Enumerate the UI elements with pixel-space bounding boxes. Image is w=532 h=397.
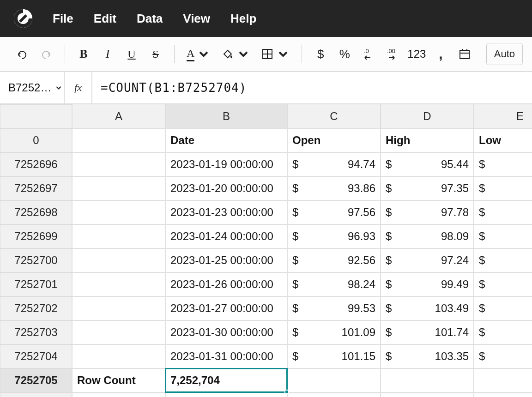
comma-format-button[interactable]: , bbox=[434, 48, 447, 60]
date-format-button[interactable] bbox=[458, 48, 471, 60]
cell[interactable]: $97.35 bbox=[381, 176, 474, 200]
cell[interactable]: $ bbox=[474, 200, 532, 224]
cell[interactable]: 2023-01-27 00:00:00 bbox=[165, 296, 287, 320]
cell[interactable] bbox=[72, 392, 165, 397]
cell[interactable]: High bbox=[381, 128, 474, 152]
row-header[interactable]: 7252703 bbox=[0, 320, 72, 344]
undo-button[interactable] bbox=[16, 48, 29, 60]
number-format-button[interactable]: 123 bbox=[410, 48, 423, 60]
menu-file[interactable]: File bbox=[53, 12, 73, 26]
cell[interactable]: $101.09 bbox=[287, 320, 381, 344]
cell[interactable]: $97.56 bbox=[287, 200, 381, 224]
cell[interactable] bbox=[474, 392, 532, 397]
percent-format-button[interactable]: % bbox=[338, 48, 351, 60]
cell[interactable] bbox=[72, 224, 165, 248]
cell[interactable]: 2023-01-20 00:00:00 bbox=[165, 176, 287, 200]
cell[interactable]: $ bbox=[474, 176, 532, 200]
cell[interactable]: $98.24 bbox=[287, 272, 381, 296]
currency-format-button[interactable]: $ bbox=[314, 48, 327, 60]
cell[interactable]: $95.44 bbox=[381, 152, 474, 176]
cell[interactable]: $101.15 bbox=[287, 344, 381, 368]
cell[interactable]: Date bbox=[165, 128, 287, 152]
cell[interactable]: $ bbox=[474, 152, 532, 176]
cell-reference-box[interactable]: B7252… bbox=[0, 72, 65, 103]
bold-button[interactable]: B bbox=[77, 48, 90, 60]
menu-data[interactable]: Data bbox=[137, 12, 163, 26]
row-header[interactable]: 7252704 bbox=[0, 344, 72, 368]
grid-corner[interactable] bbox=[0, 104, 72, 128]
menu-view[interactable]: View bbox=[183, 12, 210, 26]
cell[interactable]: 2023-01-26 00:00:00 bbox=[165, 272, 287, 296]
cell[interactable]: $99.49 bbox=[381, 272, 474, 296]
increase-decimal-button[interactable]: .00 bbox=[386, 48, 399, 60]
cell[interactable] bbox=[381, 392, 474, 397]
cell[interactable] bbox=[72, 344, 165, 368]
col-header-C[interactable]: C bbox=[287, 104, 381, 128]
cell[interactable]: $103.49 bbox=[381, 296, 474, 320]
cell[interactable]: $94.74 bbox=[287, 152, 381, 176]
row-header[interactable]: 0 bbox=[0, 128, 72, 152]
auto-button[interactable]: Auto bbox=[486, 43, 523, 65]
row-header[interactable]: 7252697 bbox=[0, 176, 72, 200]
cell[interactable]: 2023-01-19 00:00:00 bbox=[165, 152, 287, 176]
cell[interactable]: 2023-01-23 00:00:00 bbox=[165, 200, 287, 224]
cell[interactable] bbox=[72, 128, 165, 152]
cell[interactable]: $96.93 bbox=[287, 224, 381, 248]
decrease-decimal-button[interactable]: .0 bbox=[362, 48, 375, 60]
cell[interactable] bbox=[72, 176, 165, 200]
selection-handle[interactable] bbox=[284, 390, 289, 394]
italic-button[interactable]: I bbox=[101, 48, 114, 60]
cell[interactable]: $97.78 bbox=[381, 200, 474, 224]
cell[interactable]: $ bbox=[474, 224, 532, 248]
cell[interactable]: 2023-01-31 00:00:00 bbox=[165, 344, 287, 368]
cell[interactable] bbox=[72, 320, 165, 344]
cell[interactable]: 2023-01-30 00:00:00 bbox=[165, 320, 287, 344]
row-header[interactable]: 7252701 bbox=[0, 272, 72, 296]
cell[interactable] bbox=[72, 296, 165, 320]
cell[interactable]: $ bbox=[474, 296, 532, 320]
cell[interactable]: 2023-01-24 00:00:00 bbox=[165, 224, 287, 248]
row-header[interactable]: 7252702 bbox=[0, 296, 72, 320]
col-header-A[interactable]: A bbox=[72, 104, 165, 128]
cell[interactable]: 2023-01-25 00:00:00 bbox=[165, 248, 287, 272]
row-header[interactable]: 7252698 bbox=[0, 200, 72, 224]
row-header[interactable]: 7252699 bbox=[0, 224, 72, 248]
cell[interactable] bbox=[287, 392, 381, 397]
underline-button[interactable]: U bbox=[125, 48, 138, 60]
cell[interactable]: $92.56 bbox=[287, 248, 381, 272]
cell[interactable] bbox=[165, 392, 287, 397]
col-header-E[interactable]: E bbox=[474, 104, 532, 128]
row-header[interactable] bbox=[0, 392, 72, 397]
cell[interactable]: $101.74 bbox=[381, 320, 474, 344]
cell[interactable] bbox=[287, 368, 381, 392]
col-header-D[interactable]: D bbox=[381, 104, 474, 128]
row-header[interactable]: 7252696 bbox=[0, 152, 72, 176]
cell[interactable] bbox=[474, 368, 532, 392]
redo-button[interactable] bbox=[40, 48, 53, 60]
cell-selected[interactable]: 7,252,704 bbox=[165, 368, 287, 392]
formula-input[interactable]: =COUNT(B1:B7252704) bbox=[92, 81, 532, 95]
cell[interactable] bbox=[72, 272, 165, 296]
cell[interactable]: $ bbox=[474, 344, 532, 368]
cell[interactable]: $99.53 bbox=[287, 296, 381, 320]
cell[interactable] bbox=[381, 368, 474, 392]
cell[interactable] bbox=[72, 248, 165, 272]
menu-help[interactable]: Help bbox=[230, 12, 256, 26]
menu-edit[interactable]: Edit bbox=[94, 12, 116, 26]
cell[interactable]: $ bbox=[474, 272, 532, 296]
cell[interactable]: $97.24 bbox=[381, 248, 474, 272]
cell[interactable]: Low bbox=[474, 128, 532, 152]
cell[interactable] bbox=[72, 200, 165, 224]
cell[interactable]: Open bbox=[287, 128, 381, 152]
row-header[interactable]: 7252705 bbox=[0, 368, 72, 392]
borders-button[interactable] bbox=[261, 48, 290, 60]
cell[interactable]: $93.86 bbox=[287, 176, 381, 200]
cell[interactable]: $103.35 bbox=[381, 344, 474, 368]
cell[interactable]: Row Count bbox=[72, 368, 165, 392]
col-header-B[interactable]: B bbox=[165, 104, 287, 128]
text-color-button[interactable]: A bbox=[187, 48, 210, 60]
cell[interactable]: $ bbox=[474, 248, 532, 272]
cell[interactable]: $ bbox=[474, 320, 532, 344]
strikethrough-button[interactable]: S bbox=[149, 48, 162, 60]
cell[interactable]: $98.09 bbox=[381, 224, 474, 248]
